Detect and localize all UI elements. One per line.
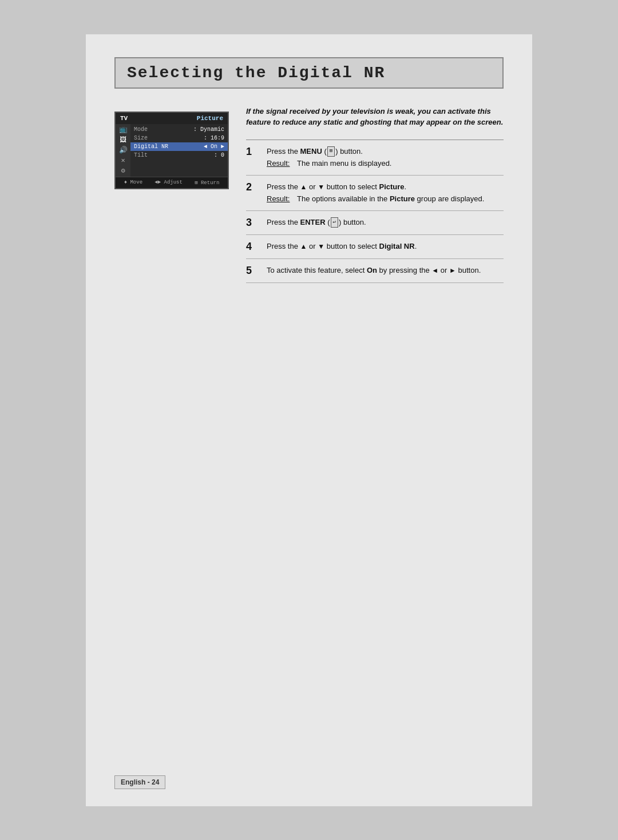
tv-icon-5: ⚙ — [121, 168, 125, 174]
step-5-content: To activate this feature, select On by p… — [267, 265, 504, 276]
step-1-number: 1 — [246, 146, 258, 158]
mode-value: : Dynamic — [193, 126, 224, 133]
result-label-1: Result: — [267, 158, 292, 169]
size-label: Size — [134, 135, 148, 141]
step-2: 2 Press the ▲ or ▼ button to select Pict… — [246, 176, 504, 211]
page-footer: English - 24 — [114, 775, 165, 789]
step-4: 4 Press the ▲ or ▼ button to select Digi… — [246, 235, 504, 259]
tv-icon-1: 📺 — [119, 126, 128, 133]
footer-adjust: ◄► Adjust — [154, 180, 183, 186]
tv-menu-footer: ♦ Move ◄► Adjust ⊞ Return — [116, 177, 228, 188]
enter-icon: ↵ — [331, 217, 338, 228]
result-text-2: The options available in the Picture gro… — [297, 193, 484, 205]
step-3: 3 Press the ENTER (↵) button. — [246, 211, 504, 235]
step-4-number: 4 — [246, 241, 258, 253]
menu-row-size: Size : 16:9 — [130, 134, 228, 142]
up-arrow: ▲ — [300, 182, 307, 192]
result-text-1: The main menu is displayed. — [297, 158, 391, 169]
step-1-content: Press the MENU (⊞) button. Result: The m… — [267, 146, 504, 169]
size-value: : 16:9 — [204, 135, 224, 141]
step-2-result: Result: The options available in the Pic… — [267, 193, 504, 205]
menu-row-mode: Mode : Dynamic — [130, 125, 228, 134]
picture-label: Picture — [197, 115, 223, 122]
menu-row-digital-nr: Digital NR ◄ On ► — [130, 142, 228, 151]
intro-text: If the signal received by your televisio… — [246, 106, 504, 128]
menu-icon: ⊞ — [327, 146, 335, 157]
tv-sidebar-icons: 📺 🖼 🔊 ✕ ⚙ — [116, 124, 130, 177]
step-3-content: Press the ENTER (↵) button. — [267, 217, 504, 228]
result-label-2: Result: — [267, 193, 292, 205]
step-1: 1 Press the MENU (⊞) button. Result: The… — [246, 140, 504, 176]
step-2-number: 2 — [246, 181, 258, 193]
right-arrow: ► — [449, 265, 456, 276]
down-arrow-2: ▼ — [318, 241, 324, 252]
tv-label: TV — [120, 115, 128, 122]
step-5: 5 To activate this feature, select On by… — [246, 259, 504, 283]
steps-list: 1 Press the MENU (⊞) button. Result: The… — [246, 140, 504, 283]
page-number: English - 24 — [121, 778, 159, 786]
step-3-number: 3 — [246, 217, 258, 229]
page-title: Selecting the Digital NR — [127, 64, 385, 82]
tv-menu-header: TV Picture — [116, 113, 228, 124]
footer-return: ⊞ Return — [195, 180, 219, 186]
footer-move: ♦ Move — [124, 180, 142, 186]
down-arrow: ▼ — [318, 182, 324, 192]
step-5-number: 5 — [246, 265, 258, 277]
instructions-panel: If the signal received by your televisio… — [246, 106, 504, 283]
digital-nr-label: Digital NR — [134, 144, 168, 150]
menu-row-tilt: Tilt : 0 — [130, 151, 228, 160]
tv-menu-body: 📺 🖼 🔊 ✕ ⚙ Mode : Dynamic Size : 16:9 — [116, 124, 228, 177]
left-arrow: ◄ — [431, 265, 438, 276]
tv-menu-screenshot: TV Picture 📺 🖼 🔊 ✕ ⚙ Mode : Dynamic — [114, 112, 229, 189]
tv-icon-3: 🔊 — [119, 147, 128, 154]
digital-nr-value: ◄ On ► — [204, 144, 224, 150]
step-4-content: Press the ▲ or ▼ button to select Digita… — [267, 241, 504, 252]
step-2-content: Press the ▲ or ▼ button to select Pictur… — [267, 181, 504, 205]
title-bar: Selecting the Digital NR — [114, 57, 504, 89]
page: Selecting the Digital NR TV Picture 📺 🖼 … — [86, 34, 532, 806]
step-1-result: Result: The main menu is displayed. — [267, 158, 504, 169]
up-arrow-2: ▲ — [300, 241, 307, 252]
content-area: TV Picture 📺 🖼 🔊 ✕ ⚙ Mode : Dynamic — [114, 106, 504, 283]
tilt-label: Tilt — [134, 152, 148, 158]
mode-label: Mode — [134, 126, 148, 133]
tv-menu-items: Mode : Dynamic Size : 16:9 Digital NR ◄ … — [130, 124, 228, 177]
tv-icon-4: ✕ — [121, 157, 125, 164]
tv-icon-2: 🖼 — [120, 137, 126, 144]
tilt-value: : 0 — [214, 152, 224, 158]
